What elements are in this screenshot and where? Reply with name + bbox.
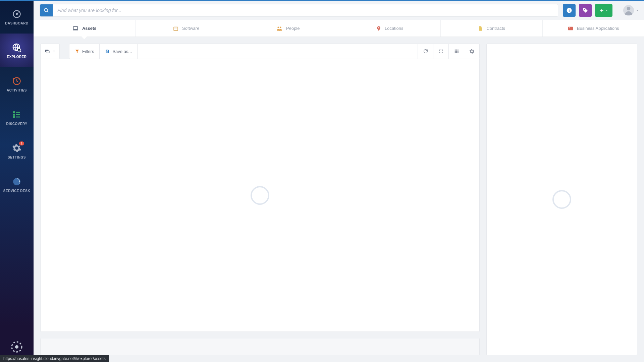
stack-icon [45,49,50,54]
pin-icon [376,25,381,32]
sidebar-item-dashboard[interactable]: DASHBOARD [0,0,34,34]
content-footer [40,339,480,355]
save-icon [105,49,110,54]
tab-assets[interactable]: Assets [34,20,136,37]
svg-rect-41 [456,52,457,53]
globe-search-icon [11,42,22,53]
grid-view-button[interactable] [448,44,464,59]
tag-icon [582,7,588,13]
plus-icon [599,8,604,13]
svg-point-9 [13,116,15,118]
ticket-icon [11,176,22,187]
subnav: Assets Software People [34,20,644,37]
refresh-icon [423,49,428,54]
search-icon [44,8,49,13]
app-icon [568,26,574,31]
sidebar-item-service-desk[interactable]: SERVICE DESK [0,168,34,201]
main-area: i [34,1,644,362]
tab-software[interactable]: Software [136,20,237,37]
search-input[interactable] [53,4,558,16]
tab-label: Contracts [486,26,505,31]
svg-rect-28 [568,26,573,30]
sidebar-item-discovery[interactable]: DISCOVERY [0,101,34,134]
svg-rect-40 [454,52,455,53]
svg-point-7 [13,114,15,115]
tab-label: People [286,26,300,31]
add-button[interactable] [595,4,612,17]
content-body [40,59,480,332]
svg-point-25 [277,26,279,28]
svg-text:i: i [569,8,570,12]
svg-rect-35 [456,50,457,51]
tab-locations[interactable]: Locations [339,20,441,37]
people-icon [276,26,283,31]
toolbar: Filters Save as... [69,44,480,59]
chevron-down-icon [605,9,608,12]
chevron-down-icon [53,50,55,53]
settings-badge: 2 [19,141,24,145]
tag-button[interactable] [579,4,592,17]
svg-rect-23 [73,29,78,30]
save-as-label: Save as... [112,49,132,54]
collection-dropdown[interactable] [40,44,60,59]
main-panel: Filters Save as... [40,44,480,355]
action-buttons: i [563,4,612,17]
tab-business-applications[interactable]: Business Applications [543,20,644,37]
svg-point-21 [627,7,631,10]
svg-point-13 [15,345,18,349]
refresh-button[interactable] [418,44,433,59]
svg-rect-24 [174,27,178,31]
gauge-icon [11,9,22,19]
svg-point-5 [13,112,15,113]
side-panel [486,44,637,355]
expand-button[interactable] [433,44,448,59]
filters-button[interactable]: Filters [69,44,100,59]
filter-icon [75,49,79,54]
status-url: https://nasales-insight.cloud.invgate.ne… [3,356,106,361]
svg-point-3 [17,48,20,51]
user-menu[interactable] [623,5,639,16]
svg-line-15 [47,11,48,12]
tab-label: Software [182,26,199,31]
content-area: Filters Save as... [34,37,644,362]
filters-label: Filters [82,49,94,54]
settings-button[interactable] [464,44,479,59]
svg-rect-37 [454,51,455,52]
box-icon [173,25,179,32]
svg-rect-32 [106,52,108,53]
expand-icon [439,49,443,54]
grid-icon [454,49,459,54]
search-button[interactable] [40,4,53,16]
loading-spinner [251,186,269,205]
svg-rect-29 [569,27,570,28]
svg-point-11 [13,178,20,185]
gear-icon [469,49,475,54]
toolbar-right [418,44,479,59]
tab-contracts[interactable]: Contracts [441,20,543,37]
svg-point-1 [16,13,17,15]
tab-label: Business Applications [577,26,619,31]
tab-label: Locations [385,26,404,31]
svg-rect-38 [456,51,457,52]
sidebar-item-explorer[interactable]: EXPLORER [0,34,34,67]
sidebar-item-label: DASHBOARD [5,21,29,25]
svg-rect-34 [454,50,455,51]
svg-point-27 [378,27,379,28]
save-as-button[interactable]: Save as... [100,44,138,59]
tab-people[interactable]: People [237,20,339,37]
info-icon: i [566,7,572,13]
info-button[interactable]: i [563,4,576,17]
top-accent-bar [0,0,644,1]
status-bar: https://nasales-insight.cloud.invgate.ne… [0,355,109,362]
svg-rect-31 [46,51,49,53]
svg-rect-39 [457,51,458,52]
clock-icon [11,76,22,86]
sidebar-item-activities[interactable]: ACTIVITIES [0,67,34,101]
avatar [623,5,634,16]
sidebar: DASHBOARD EXPLORER ACTIVITIES [0,0,34,362]
svg-rect-22 [73,26,78,29]
svg-rect-33 [107,50,108,51]
loading-spinner [552,190,571,209]
sidebar-item-settings[interactable]: 2 SETTINGS [0,134,34,168]
chevron-down-icon [636,9,639,12]
